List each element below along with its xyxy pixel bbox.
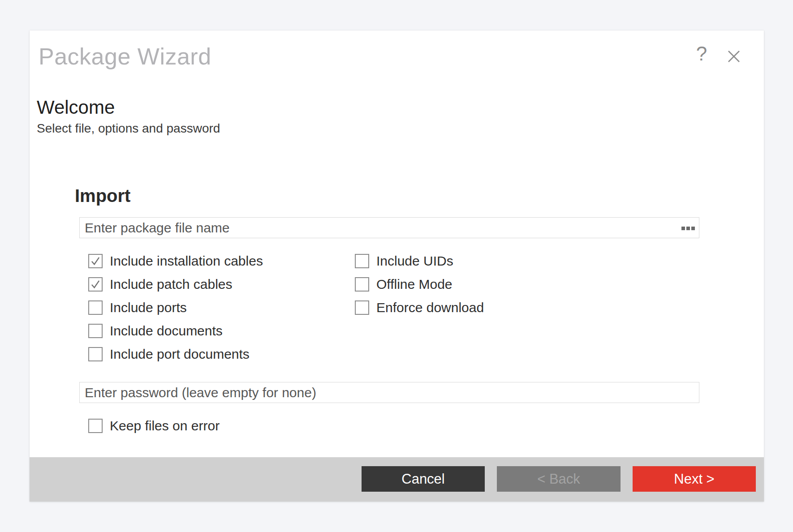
checkbox[interactable] (355, 300, 369, 315)
checkbox[interactable] (88, 419, 103, 433)
close-icon (726, 48, 742, 64)
help-button[interactable]: ? (692, 42, 711, 65)
import-section-title: Import (75, 186, 130, 206)
checkmark-icon (90, 255, 101, 267)
page-title: Welcome (37, 97, 115, 118)
checkbox-row: Include port documents (88, 347, 263, 361)
checkbox[interactable] (355, 254, 369, 268)
package-wizard-dialog: Package Wizard ? Welcome Select file, op… (30, 30, 764, 502)
checkbox-row: Include ports (88, 300, 263, 315)
ellipsis-icon (686, 227, 690, 230)
package-file-input[interactable] (79, 217, 699, 238)
checkbox[interactable] (88, 300, 103, 315)
checkbox-row: Include UIDs (355, 254, 484, 268)
checkbox-label: Include documents (110, 323, 223, 339)
next-button[interactable]: Next > (633, 466, 756, 492)
ellipsis-icon (681, 227, 685, 230)
close-button[interactable] (725, 47, 743, 65)
checkbox[interactable] (88, 277, 103, 292)
checkbox-label: Include port documents (110, 347, 250, 362)
checkbox-label: Include installation cables (110, 253, 263, 269)
checkbox-label: Enforce download (376, 300, 484, 315)
browse-button[interactable] (679, 224, 697, 232)
checkbox-row: Offline Mode (355, 277, 484, 292)
checkbox-label: Keep files on error (110, 418, 220, 433)
checkbox-row: Keep files on error (88, 419, 220, 433)
checkbox[interactable] (88, 324, 103, 338)
checkbox-row: Include documents (88, 324, 263, 338)
checkbox[interactable] (88, 347, 103, 361)
checkbox-row: Include installation cables (88, 254, 263, 268)
checkbox-label: Include ports (110, 300, 187, 315)
options-column-left: Include installation cables Include patc… (88, 254, 263, 370)
help-icon: ? (696, 43, 707, 65)
ellipsis-icon (691, 227, 695, 230)
checkbox-row: Include patch cables (88, 277, 263, 292)
back-button[interactable]: < Back (497, 466, 621, 492)
checkbox-row: Enforce download (355, 300, 484, 315)
checkmark-icon (90, 279, 101, 290)
checkbox-label: Include UIDs (376, 253, 453, 269)
checkbox-label: Offline Mode (376, 277, 453, 292)
window-title: Package Wizard (39, 43, 211, 70)
options-column-right: Include UIDs Offline Mode Enforce downlo… (355, 254, 484, 324)
checkbox[interactable] (88, 254, 103, 268)
checkbox-label: Include patch cables (110, 277, 233, 292)
password-input[interactable] (79, 382, 699, 403)
checkbox[interactable] (355, 277, 369, 292)
footer-bar: Cancel < Back Next > (30, 457, 764, 502)
cancel-button[interactable]: Cancel (362, 466, 485, 492)
keep-files-option: Keep files on error (88, 419, 220, 442)
page-subtitle: Select file, options and password (37, 121, 220, 136)
